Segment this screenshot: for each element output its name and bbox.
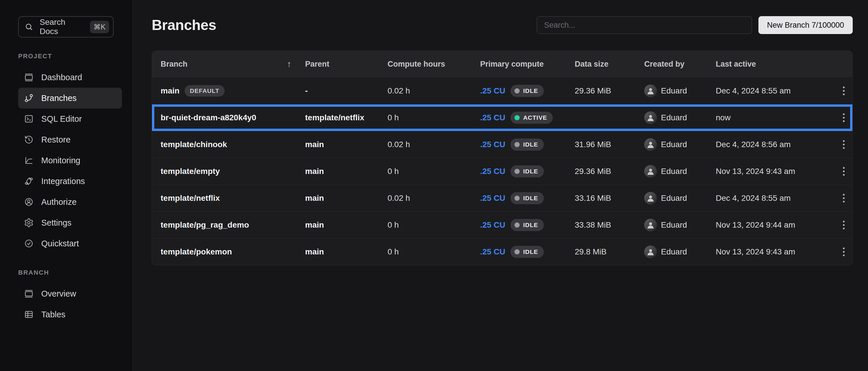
status-dot <box>515 222 520 227</box>
created-by: Eduard <box>661 167 687 176</box>
row-menu-button[interactable] <box>837 164 851 178</box>
parent-branch: template/netflix <box>305 113 364 122</box>
column-header-data-size[interactable]: Data size <box>575 60 644 69</box>
branch-name: main <box>161 86 179 95</box>
data-size: 33.38 MiB <box>575 220 644 229</box>
integrations-icon <box>24 176 34 186</box>
row-menu-button[interactable] <box>837 137 851 151</box>
project-section-label: PROJECT <box>18 53 132 60</box>
status-dot <box>515 169 520 174</box>
sidebar: Search Docs ⌘K PROJECT Dashboard Branche… <box>0 0 133 371</box>
created-by: Eduard <box>661 113 687 122</box>
last-active: Nov 13, 2024 9:43 am <box>716 167 835 176</box>
branch-name: template/netflix <box>161 193 220 203</box>
compute-units-link[interactable]: .25 CU <box>480 86 505 95</box>
sidebar-item-integrations[interactable]: Integrations <box>18 171 122 191</box>
branch-name: template/chinook <box>161 140 227 149</box>
sidebar-item-monitoring[interactable]: Monitoring <box>18 150 122 171</box>
compute-units-link[interactable]: .25 CU <box>480 220 505 229</box>
status-badge: IDLE <box>510 138 544 151</box>
status-label: ACTIVE <box>523 114 547 121</box>
row-menu-button[interactable] <box>837 191 851 205</box>
column-header-compute-hours[interactable]: Compute hours <box>388 60 480 69</box>
sidebar-item-branches[interactable]: Branches <box>18 88 122 109</box>
status-badge: IDLE <box>510 165 544 178</box>
column-header-parent[interactable]: Parent <box>305 60 388 69</box>
shortcut-badge: ⌘K <box>90 21 109 33</box>
last-active: now <box>716 113 835 122</box>
branch-name: template/pokemon <box>161 247 232 256</box>
status-badge: IDLE <box>510 219 544 231</box>
project-nav: Dashboard Branches SQL Editor Restore Mo… <box>18 67 122 254</box>
row-menu-button[interactable] <box>837 84 851 98</box>
avatar <box>644 165 657 178</box>
table-row[interactable]: template/empty main 0 h .25 CU IDLE 29.3… <box>152 158 852 185</box>
status-dot <box>515 88 520 93</box>
status-dot <box>515 249 520 254</box>
row-menu-button[interactable] <box>837 245 851 259</box>
created-by: Eduard <box>661 140 687 149</box>
avatar <box>644 111 657 124</box>
status-dot <box>515 115 520 120</box>
sidebar-item-settings[interactable]: Settings <box>18 212 122 233</box>
created-by: Eduard <box>661 86 687 95</box>
row-menu-button[interactable] <box>837 111 851 125</box>
status-label: IDLE <box>523 168 538 175</box>
last-active: Dec 4, 2024 8:55 am <box>716 86 835 95</box>
sidebar-item-quickstart[interactable]: Quickstart <box>18 233 122 254</box>
sidebar-item-dashboard[interactable]: Dashboard <box>18 67 122 88</box>
branches-icon <box>24 93 34 103</box>
last-active: Dec 4, 2024 8:55 am <box>716 193 835 203</box>
table-row[interactable]: main DEFAULT - 0.02 h .25 CU IDLE 29.36 … <box>152 77 852 104</box>
status-label: IDLE <box>523 248 538 255</box>
table-row[interactable]: template/chinook main 0.02 h .25 CU IDLE… <box>152 131 852 158</box>
page-title: Branches <box>152 17 216 33</box>
new-branch-button[interactable]: New Branch 7/100000 <box>758 16 853 34</box>
overview-icon <box>24 289 34 299</box>
branch-search-input[interactable] <box>537 16 752 34</box>
column-header-last-active[interactable]: Last active <box>716 60 835 69</box>
table-header-row: Branch ↑ Parent Compute hours Primary co… <box>152 51 852 77</box>
compute-units-link[interactable]: .25 CU <box>480 193 505 203</box>
restore-icon <box>24 135 34 145</box>
kebab-icon <box>843 87 845 88</box>
compute-hours: 0.02 h <box>388 140 480 149</box>
status-dot <box>515 195 520 201</box>
parent-branch: main <box>305 247 324 256</box>
status-badge: ACTIVE <box>510 112 553 124</box>
created-by: Eduard <box>661 220 687 229</box>
column-header-created-by[interactable]: Created by <box>644 60 716 69</box>
compute-units-link[interactable]: .25 CU <box>480 167 505 176</box>
sidebar-item-sql-editor[interactable]: SQL Editor <box>18 109 122 129</box>
quickstart-icon <box>24 239 34 248</box>
row-menu-button[interactable] <box>837 218 851 232</box>
branch-nav: Overview Tables <box>18 283 122 325</box>
avatar <box>644 85 657 97</box>
sidebar-item-restore[interactable]: Restore <box>18 129 122 150</box>
branch-name: template/pg_rag_demo <box>161 220 249 229</box>
search-docs-button[interactable]: Search Docs ⌘K <box>18 16 114 37</box>
data-size: 29.36 MiB <box>575 86 644 95</box>
table-row[interactable]: br-quiet-dream-a820k4y0 template/netflix… <box>152 104 852 131</box>
column-header-branch[interactable]: Branch ↑ <box>152 59 305 69</box>
table-row[interactable]: template/pg_rag_demo main 0 h .25 CU IDL… <box>152 212 852 238</box>
sidebar-item-overview[interactable]: Overview <box>18 283 122 304</box>
settings-icon <box>24 218 34 227</box>
kebab-icon <box>843 113 845 115</box>
main-content: Branches New Branch 7/100000 Branch ↑ Pa… <box>133 0 868 371</box>
sidebar-item-tables[interactable]: Tables <box>18 304 122 325</box>
column-header-primary-compute[interactable]: Primary compute <box>480 60 575 69</box>
status-label: IDLE <box>523 141 538 148</box>
compute-hours: 0 h <box>388 247 480 256</box>
compute-units-link[interactable]: .25 CU <box>480 113 505 122</box>
compute-units-link[interactable]: .25 CU <box>480 140 505 149</box>
table-row[interactable]: template/pokemon main 0 h .25 CU IDLE 29… <box>152 238 852 265</box>
compute-hours: 0.02 h <box>388 86 480 95</box>
status-badge: IDLE <box>510 192 544 204</box>
table-row[interactable]: template/netflix main 0.02 h .25 CU IDLE… <box>152 185 852 212</box>
compute-units-link[interactable]: .25 CU <box>480 247 505 256</box>
sort-ascending-icon[interactable]: ↑ <box>287 59 291 69</box>
kebab-icon <box>843 194 845 195</box>
sidebar-item-authorize[interactable]: Authorize <box>18 191 122 212</box>
last-active: Nov 13, 2024 9:43 am <box>716 247 835 256</box>
